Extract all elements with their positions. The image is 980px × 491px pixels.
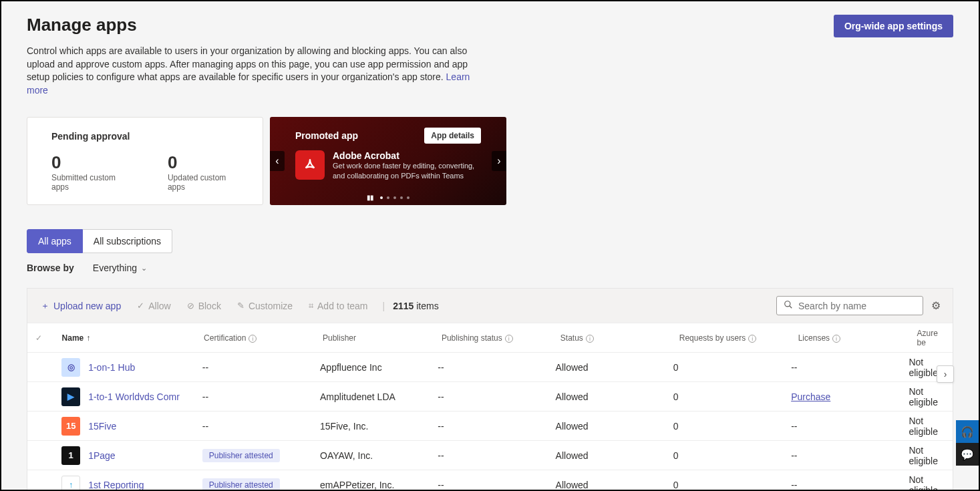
cell-publishing-status: -- <box>438 362 555 373</box>
pencil-icon: ✎ <box>237 301 244 311</box>
table-settings-button[interactable]: ⚙ <box>926 295 946 316</box>
cell-certification: -- <box>202 362 320 373</box>
customize-button[interactable]: ✎ Customize <box>230 297 299 315</box>
help-widget-button[interactable]: 🎧 <box>956 420 979 443</box>
promo-section-label: Promoted app <box>295 130 358 141</box>
promo-next-button[interactable]: › <box>492 151 506 171</box>
pending-title: Pending approval <box>51 131 238 142</box>
search-input[interactable] <box>776 296 923 315</box>
info-icon[interactable]: i <box>832 335 840 343</box>
apps-table: ＋ Upload new app ✓ Allow ⊘ Block ✎ Custo… <box>27 288 953 490</box>
org-wide-settings-button[interactable]: Org-wide app settings <box>834 15 953 37</box>
info-icon[interactable]: i <box>505 335 513 343</box>
column-azure-header[interactable]: Azure be <box>917 329 945 347</box>
cell-certification: Publisher attested <box>202 449 320 462</box>
promo-app-desc: Get work done faster by editing, convert… <box>333 161 481 180</box>
submitted-count: 0 <box>51 152 128 173</box>
column-publisher-header[interactable]: Publisher <box>323 333 442 343</box>
column-status-header[interactable]: Statusi <box>560 333 679 343</box>
scroll-right-button[interactable]: › <box>937 365 954 383</box>
cell-status: Allowed <box>556 421 673 432</box>
column-name-header[interactable]: Name ↑ <box>62 333 204 343</box>
cell-publishing-status: -- <box>438 450 555 461</box>
upload-new-app-button[interactable]: ＋ Upload new app <box>34 296 128 316</box>
cell-status: Allowed <box>556 480 673 490</box>
cell-licenses: -- <box>791 450 909 461</box>
cell-requests: 0 <box>673 391 791 402</box>
table-row[interactable]: ▶ 1-to-1 Worldvds Comr -- Amplitudenet L… <box>27 381 953 411</box>
cell-certification: -- <box>202 391 320 402</box>
app-name-link[interactable]: 15Five <box>88 421 116 432</box>
app-name-link[interactable]: 1st Reporting <box>88 480 144 490</box>
pause-icon[interactable]: ▮▮ <box>367 194 373 201</box>
info-icon[interactable]: i <box>586 335 594 343</box>
sort-ascending-icon: ↑ <box>86 333 90 343</box>
cell-requests: 0 <box>673 480 791 490</box>
add-to-team-button[interactable]: ⌗ Add to team <box>302 297 375 315</box>
app-icon: ↑ <box>61 476 80 490</box>
headset-icon: 🎧 <box>961 426 974 438</box>
info-icon[interactable]: i <box>748 335 756 343</box>
app-icon: ◎ <box>61 358 80 377</box>
check-icon: ✓ <box>137 301 144 311</box>
app-icon: ▶ <box>61 387 80 406</box>
block-button[interactable]: ⊘ Block <box>180 297 228 315</box>
cell-certification: Publisher attested <box>202 478 320 490</box>
promo-pagination[interactable]: ▮▮ <box>367 194 410 201</box>
table-row[interactable]: 15 15Five -- 15Five, Inc. -- Allowed 0 -… <box>27 411 953 440</box>
svg-point-0 <box>785 301 790 307</box>
cell-azure: Not eligible <box>909 445 945 466</box>
gear-icon: ⚙ <box>931 300 941 311</box>
page-description: Control which apps are available to user… <box>27 45 488 97</box>
column-requests-header[interactable]: Requests by usersi <box>679 333 798 343</box>
cell-publishing-status: -- <box>438 391 555 402</box>
select-all-checkbox[interactable]: ✓ <box>35 333 42 343</box>
cell-publishing-status: -- <box>438 421 555 432</box>
cell-requests: 0 <box>673 421 791 432</box>
chat-icon: 💬 <box>961 448 974 461</box>
plus-icon: ＋ <box>41 300 49 312</box>
cell-publisher: Appfluence Inc <box>320 362 438 373</box>
table-row[interactable]: ↑ 1st Reporting Publisher attested emAPP… <box>27 470 953 490</box>
column-cert-header[interactable]: Certificationi <box>204 333 323 343</box>
tab-all-subscriptions[interactable]: All subscriptions <box>83 229 172 253</box>
column-licenses-header[interactable]: Licensesi <box>798 333 917 343</box>
updated-label: Updated custom apps <box>168 173 238 192</box>
cell-licenses: -- <box>791 421 909 432</box>
cell-requests: 0 <box>673 450 791 461</box>
cell-licenses: -- <box>791 362 909 373</box>
cell-publisher: emAPPetizer, Inc. <box>320 480 438 490</box>
page-title: Manage apps <box>27 15 488 35</box>
cell-licenses: -- <box>791 480 909 490</box>
cell-azure: Not eligible <box>909 416 945 437</box>
app-name-link[interactable]: 1Page <box>88 450 115 461</box>
browse-by-dropdown[interactable]: Everything ⌄ <box>93 263 147 273</box>
cell-publisher: 15Five, Inc. <box>320 421 438 432</box>
tab-all-apps[interactable]: All apps <box>27 229 83 253</box>
app-name-link[interactable]: 1-on-1 Hub <box>88 362 135 373</box>
app-name-link[interactable]: 1-to-1 Worldvds Comr <box>88 391 180 402</box>
cell-status: Allowed <box>556 391 673 402</box>
table-row[interactable]: 1 1Page Publisher attested OAYAW, Inc. -… <box>27 440 953 470</box>
cell-publisher: OAYAW, Inc. <box>320 450 438 461</box>
app-icon: 15 <box>61 417 80 436</box>
allow-button[interactable]: ✓ Allow <box>130 297 177 315</box>
team-icon: ⌗ <box>309 301 313 311</box>
cell-azure: Not eligible <box>909 386 945 407</box>
purchase-link[interactable]: Purchase <box>791 391 830 402</box>
feedback-widget-button[interactable]: 💬 <box>956 443 979 466</box>
promoted-app-card: ‹ › Promoted app App details Adobe Acrob… <box>270 117 506 205</box>
app-icon: 1 <box>61 446 80 465</box>
table-row[interactable]: ◎ 1-on-1 Hub -- Appfluence Inc -- Allowe… <box>27 352 953 381</box>
publisher-attested-badge: Publisher attested <box>202 478 280 490</box>
promo-prev-button[interactable]: ‹ <box>270 151 285 171</box>
cell-publisher: Amplitudenet LDA <box>320 391 438 402</box>
cell-licenses: Purchase <box>791 391 909 402</box>
info-icon[interactable]: i <box>249 335 257 343</box>
cell-status: Allowed <box>556 450 673 461</box>
pending-approval-card: Pending approval 0 Submitted custom apps… <box>27 117 263 205</box>
app-details-button[interactable]: App details <box>424 128 481 144</box>
column-pubstatus-header[interactable]: Publishing statusi <box>442 333 560 343</box>
item-count: 2115 items <box>393 301 439 311</box>
chevron-down-icon: ⌄ <box>141 264 147 273</box>
